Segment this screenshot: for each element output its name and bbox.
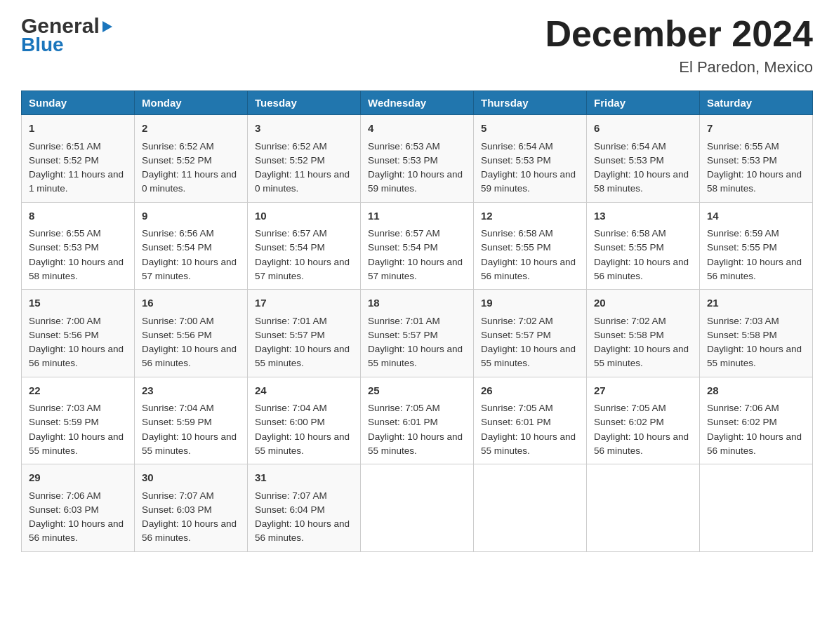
- sunrise-text: Sunrise: 6:53 AM: [368, 141, 440, 152]
- sunrise-text: Sunrise: 6:51 AM: [29, 141, 101, 152]
- calendar-cell: 10Sunrise: 6:57 AMSunset: 5:54 PMDayligh…: [248, 202, 361, 290]
- calendar-cell: 11Sunrise: 6:57 AMSunset: 5:54 PMDayligh…: [361, 202, 474, 290]
- header-wednesday: Wednesday: [361, 91, 474, 115]
- daylight-text: Daylight: 11 hours and 0 minutes.: [142, 169, 237, 194]
- day-number: 17: [255, 295, 353, 311]
- day-number: 18: [368, 295, 466, 311]
- day-number: 14: [707, 208, 805, 224]
- daylight-text: Daylight: 10 hours and 56 minutes.: [481, 257, 576, 281]
- daylight-text: Daylight: 10 hours and 56 minutes.: [255, 518, 350, 543]
- daylight-text: Daylight: 10 hours and 55 minutes.: [255, 344, 350, 368]
- daylight-text: Daylight: 10 hours and 55 minutes.: [29, 431, 124, 456]
- logo-arrow-icon: [102, 21, 112, 32]
- daylight-text: Daylight: 10 hours and 55 minutes.: [481, 344, 576, 368]
- day-number: 8: [29, 208, 127, 224]
- daylight-text: Daylight: 10 hours and 59 minutes.: [368, 169, 463, 194]
- daylight-text: Daylight: 10 hours and 56 minutes.: [29, 518, 124, 543]
- daylight-text: Daylight: 10 hours and 58 minutes.: [29, 257, 124, 281]
- calendar-cell: 6Sunrise: 6:54 AMSunset: 5:53 PMDaylight…: [587, 115, 700, 203]
- calendar-cell: 4Sunrise: 6:53 AMSunset: 5:53 PMDaylight…: [361, 115, 474, 203]
- sunrise-text: Sunrise: 6:54 AM: [594, 141, 666, 152]
- sunrise-text: Sunrise: 6:52 AM: [142, 141, 214, 152]
- sunset-text: Sunset: 5:54 PM: [142, 242, 212, 253]
- sunrise-text: Sunrise: 6:57 AM: [368, 228, 440, 239]
- day-number: 7: [707, 121, 805, 137]
- daylight-text: Daylight: 10 hours and 55 minutes.: [707, 344, 802, 368]
- sunset-text: Sunset: 5:56 PM: [29, 330, 99, 340]
- calendar-week-row: 1Sunrise: 6:51 AMSunset: 5:52 PMDaylight…: [22, 115, 813, 203]
- sunrise-text: Sunrise: 7:05 AM: [594, 403, 666, 413]
- sunrise-text: Sunrise: 6:58 AM: [481, 228, 553, 239]
- day-number: 16: [142, 295, 240, 311]
- daylight-text: Daylight: 10 hours and 57 minutes.: [368, 257, 463, 281]
- calendar-cell: [474, 464, 587, 552]
- header-saturday: Saturday: [700, 91, 813, 115]
- day-number: 9: [142, 208, 240, 224]
- day-number: 2: [142, 121, 240, 137]
- day-number: 25: [368, 383, 466, 399]
- sunrise-text: Sunrise: 7:01 AM: [368, 316, 440, 326]
- calendar-cell: 25Sunrise: 7:05 AMSunset: 6:01 PMDayligh…: [361, 377, 474, 464]
- sunset-text: Sunset: 5:52 PM: [29, 155, 99, 166]
- header-friday: Friday: [587, 91, 700, 115]
- calendar-title: December 2024: [545, 14, 813, 54]
- sunset-text: Sunset: 5:58 PM: [594, 330, 664, 340]
- sunset-text: Sunset: 5:56 PM: [142, 330, 212, 340]
- calendar-cell: 21Sunrise: 7:03 AMSunset: 5:58 PMDayligh…: [700, 290, 813, 377]
- logo-blue-text: Blue: [21, 34, 64, 56]
- daylight-text: Daylight: 10 hours and 57 minutes.: [255, 257, 350, 281]
- calendar-cell: [587, 464, 700, 552]
- sunset-text: Sunset: 5:53 PM: [594, 155, 664, 166]
- sunset-text: Sunset: 6:04 PM: [255, 504, 325, 515]
- calendar-table: SundayMondayTuesdayWednesdayThursdayFrid…: [21, 90, 813, 552]
- sunrise-text: Sunrise: 6:54 AM: [481, 141, 553, 152]
- calendar-cell: 26Sunrise: 7:05 AMSunset: 6:01 PMDayligh…: [474, 377, 587, 464]
- sunrise-text: Sunrise: 7:07 AM: [142, 490, 214, 501]
- calendar-week-row: 22Sunrise: 7:03 AMSunset: 5:59 PMDayligh…: [22, 377, 813, 464]
- calendar-cell: [361, 464, 474, 552]
- daylight-text: Daylight: 10 hours and 56 minutes.: [29, 344, 124, 368]
- day-number: 6: [594, 121, 692, 137]
- day-number: 31: [255, 470, 353, 486]
- calendar-cell: 24Sunrise: 7:04 AMSunset: 6:00 PMDayligh…: [248, 377, 361, 464]
- calendar-cell: 9Sunrise: 6:56 AMSunset: 5:54 PMDaylight…: [135, 202, 248, 290]
- daylight-text: Daylight: 10 hours and 58 minutes.: [594, 169, 689, 194]
- day-number: 12: [481, 208, 579, 224]
- daylight-text: Daylight: 10 hours and 57 minutes.: [142, 257, 237, 281]
- day-number: 19: [481, 295, 579, 311]
- sunrise-text: Sunrise: 6:55 AM: [707, 141, 779, 152]
- sunset-text: Sunset: 5:59 PM: [142, 417, 212, 427]
- daylight-text: Daylight: 11 hours and 1 minute.: [29, 169, 124, 194]
- sunrise-text: Sunrise: 6:56 AM: [142, 228, 214, 239]
- sunset-text: Sunset: 5:55 PM: [594, 242, 664, 253]
- sunset-text: Sunset: 5:54 PM: [368, 242, 438, 253]
- calendar-cell: 8Sunrise: 6:55 AMSunset: 5:53 PMDaylight…: [22, 202, 135, 290]
- sunset-text: Sunset: 5:52 PM: [255, 155, 325, 166]
- daylight-text: Daylight: 10 hours and 56 minutes.: [594, 257, 689, 281]
- calendar-week-row: 29Sunrise: 7:06 AMSunset: 6:03 PMDayligh…: [22, 464, 813, 552]
- daylight-text: Daylight: 10 hours and 56 minutes.: [594, 431, 689, 456]
- sunset-text: Sunset: 5:58 PM: [707, 330, 777, 340]
- sunset-text: Sunset: 6:01 PM: [481, 417, 551, 427]
- day-number: 23: [142, 383, 240, 399]
- day-number: 20: [594, 295, 692, 311]
- header-sunday: Sunday: [22, 91, 135, 115]
- sunrise-text: Sunrise: 7:05 AM: [481, 403, 553, 413]
- sunset-text: Sunset: 6:02 PM: [707, 417, 777, 427]
- daylight-text: Daylight: 10 hours and 56 minutes.: [707, 431, 802, 456]
- sunset-text: Sunset: 5:52 PM: [142, 155, 212, 166]
- day-number: 30: [142, 470, 240, 486]
- daylight-text: Daylight: 10 hours and 55 minutes.: [368, 431, 463, 456]
- daylight-text: Daylight: 10 hours and 55 minutes.: [481, 431, 576, 456]
- sunset-text: Sunset: 5:57 PM: [481, 330, 551, 340]
- daylight-text: Daylight: 10 hours and 55 minutes.: [594, 344, 689, 368]
- calendar-cell: 23Sunrise: 7:04 AMSunset: 5:59 PMDayligh…: [135, 377, 248, 464]
- daylight-text: Daylight: 10 hours and 56 minutes.: [142, 344, 237, 368]
- calendar-cell: [700, 464, 813, 552]
- sunrise-text: Sunrise: 7:02 AM: [594, 316, 666, 326]
- calendar-week-row: 8Sunrise: 6:55 AMSunset: 5:53 PMDaylight…: [22, 202, 813, 290]
- daylight-text: Daylight: 10 hours and 55 minutes.: [255, 431, 350, 456]
- day-number: 11: [368, 208, 466, 224]
- sunset-text: Sunset: 5:53 PM: [481, 155, 551, 166]
- daylight-text: Daylight: 10 hours and 56 minutes.: [707, 257, 802, 281]
